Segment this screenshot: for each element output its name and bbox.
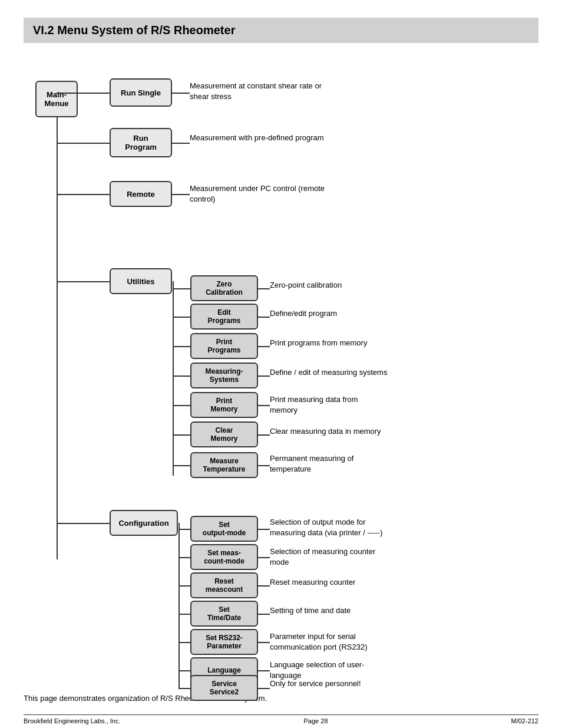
remote-desc: Measurement under PC control (remote con… bbox=[190, 183, 337, 205]
page: VI.2 Menu System of R/S Rheometer Main-M… bbox=[0, 0, 562, 728]
measure-temp-desc: Permanent measuring of temperature bbox=[270, 453, 388, 475]
set-output-desc: Selection of output mode for measuring d… bbox=[270, 517, 394, 538]
run-single-desc: Measurement at constant shear rate or sh… bbox=[190, 81, 325, 102]
print-memory-desc: Print measuring data from memory bbox=[270, 394, 388, 416]
footer-right: M/02-212 bbox=[511, 717, 538, 724]
run-program-box: RunProgram bbox=[110, 128, 172, 157]
zero-cal-box: ZeroCalibration bbox=[190, 275, 258, 301]
main-menu-box: Main-Menue bbox=[35, 81, 78, 117]
set-rs232-box: Set RS232-Parameter bbox=[190, 629, 258, 655]
service-box: ServiceService2 bbox=[190, 675, 258, 701]
set-output-box: Setoutput-mode bbox=[190, 516, 258, 542]
measuring-systems-desc: Define / edit of measuring systems bbox=[270, 367, 387, 378]
reset-meas-box: Resetmeascount bbox=[190, 572, 258, 598]
clear-memory-box: ClearMemory bbox=[190, 421, 258, 447]
print-memory-box: PrintMemory bbox=[190, 392, 258, 418]
zero-cal-desc: Zero-point calibration bbox=[270, 280, 342, 291]
clear-memory-desc: Clear measuring data in memory bbox=[270, 426, 381, 437]
set-time-box: SetTime/Date bbox=[190, 601, 258, 627]
configuration-box: Configuration bbox=[110, 510, 178, 536]
utilities-box: Utilities bbox=[110, 268, 172, 294]
run-single-box: Run Single bbox=[110, 78, 172, 107]
diagram-area: Main-Menue Run Single Measurement at con… bbox=[24, 57, 542, 694]
service-desc: Only for service personnel! bbox=[270, 678, 361, 689]
reset-meas-desc: Reset measuring counter bbox=[270, 577, 355, 588]
run-program-desc: Measurement with pre-defined program bbox=[190, 133, 324, 143]
set-meas-box: Set meas-count-mode bbox=[190, 544, 258, 570]
footer-left: Brookfield Engineering Labs., Inc. bbox=[24, 717, 121, 724]
set-rs232-desc: Parameter input for serial communication… bbox=[270, 631, 388, 653]
language-desc: Language selection of user-language bbox=[270, 660, 388, 681]
measuring-systems-box: Measuring-Systems bbox=[190, 363, 258, 388]
print-programs-box: PrintPrograms bbox=[190, 333, 258, 359]
footer-center: Page 28 bbox=[304, 717, 328, 724]
footer-caption: This page demonstrates organization of R… bbox=[24, 694, 538, 703]
edit-programs-desc: Define/edit program bbox=[270, 308, 337, 319]
footer-bar: Brookfield Engineering Labs., Inc. Page … bbox=[24, 714, 538, 724]
edit-programs-box: EditPrograms bbox=[190, 304, 258, 330]
print-programs-desc: Print programs from memory bbox=[270, 338, 367, 348]
measure-temp-box: MeasureTemperature bbox=[190, 452, 258, 478]
set-time-desc: Setting of time and date bbox=[270, 605, 351, 616]
section-header: VI.2 Menu System of R/S Rheometer bbox=[24, 18, 538, 43]
page-title: VI.2 Menu System of R/S Rheometer bbox=[33, 24, 529, 37]
remote-box: Remote bbox=[110, 181, 172, 207]
set-meas-desc: Selection of measuring counter mode bbox=[270, 546, 388, 568]
